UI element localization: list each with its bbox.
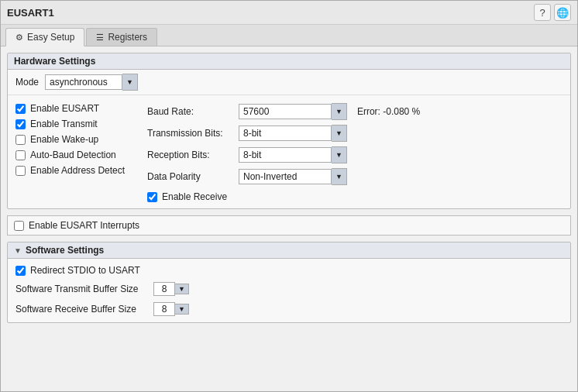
- transmit-buffer-dropdown-btn[interactable]: ▼: [175, 284, 189, 294]
- reception-bits-row: Reception Bits: 8-bit ▼: [147, 146, 563, 163]
- receive-buffer-label: Software Receive Buffer Size: [15, 304, 147, 315]
- mode-value: asynchronous: [50, 77, 108, 88]
- transmission-bits-row: Transmission Bits: 8-bit ▼: [147, 125, 563, 142]
- title-bar: EUSART1 ? 🌐: [1, 1, 577, 25]
- enable-transmit-checkbox[interactable]: [15, 119, 26, 129]
- eusart-interrupts-row: Enable EUSART Interrupts: [8, 216, 570, 235]
- baud-rate-row: Baud Rate: 57600 ▼ Error: -0.080 %: [147, 103, 563, 120]
- checkbox-enable-address: Enable Address Detect: [15, 165, 132, 176]
- redirect-stdio-checkbox[interactable]: [15, 266, 26, 276]
- redirect-stdio-row: Redirect STDIO to USART: [15, 265, 563, 276]
- enable-wakeup-checkbox[interactable]: [15, 135, 26, 145]
- help-button[interactable]: ?: [534, 4, 551, 21]
- checkbox-auto-baud: Auto-Baud Detection: [15, 150, 132, 160]
- tab-bar: ⚙ Easy Setup ☰ Registers: [1, 25, 577, 46]
- hw-fields: Baud Rate: 57600 ▼ Error: -0.080 %: [139, 103, 563, 202]
- transmission-bits-value: 8-bit: [243, 128, 261, 139]
- enable-transmit-label: Enable Transmit: [30, 119, 98, 129]
- content-area: Hardware Settings Mode asynchronous ▼: [1, 46, 577, 391]
- eusart-interrupts-section: Enable EUSART Interrupts: [7, 215, 571, 236]
- title-bar-actions: ? 🌐: [534, 4, 571, 21]
- reception-bits-input[interactable]: 8-bit: [239, 147, 332, 163]
- help-icon: ?: [539, 7, 545, 19]
- tab-registers[interactable]: ☰ Registers: [86, 28, 157, 46]
- main-window: EUSART1 ? 🌐 ⚙ Easy Setup ☰ Registers Har…: [0, 0, 578, 392]
- enable-address-label: Enable Address Detect: [30, 165, 125, 176]
- software-grid: Redirect STDIO to USART Software Transmi…: [15, 265, 563, 316]
- hardware-settings-header: Hardware Settings: [8, 53, 570, 70]
- checkbox-enable-wakeup: Enable Wake-up: [15, 134, 132, 145]
- eusart-interrupts-checkbox[interactable]: [14, 221, 24, 231]
- transmission-bits-input-box: 8-bit ▼: [239, 125, 347, 142]
- enable-receive-label: Enable Receive: [162, 191, 227, 202]
- enable-eusart-checkbox[interactable]: [15, 104, 26, 114]
- hardware-grid: Enable EUSART Enable Transmit Enable Wak…: [15, 103, 563, 202]
- data-polarity-row: Data Polarity Non-Inverted ▼: [147, 168, 563, 185]
- enable-receive-row: Enable Receive: [147, 190, 563, 202]
- enable-address-checkbox[interactable]: [15, 166, 26, 176]
- baud-rate-error: Error: -0.080 %: [357, 106, 420, 117]
- baud-rate-label: Baud Rate:: [147, 106, 232, 117]
- reception-bits-value: 8-bit: [243, 150, 261, 160]
- enable-receive-checkbox[interactable]: [147, 192, 157, 202]
- registers-tab-icon: ☰: [96, 33, 104, 43]
- settings-button[interactable]: 🌐: [554, 4, 571, 21]
- receive-buffer-dropdown-btn[interactable]: ▼: [175, 304, 189, 315]
- transmit-buffer-label: Software Transmit Buffer Size: [15, 284, 147, 294]
- mode-dropdown-btn[interactable]: ▼: [122, 74, 138, 91]
- transmission-bits-dropdown-btn[interactable]: ▼: [332, 125, 347, 142]
- eusart-interrupts-label: Enable EUSART Interrupts: [29, 220, 139, 231]
- mode-label: Mode: [15, 77, 39, 88]
- registers-tab-label: Registers: [108, 32, 147, 43]
- baud-rate-value: 57600: [243, 106, 269, 117]
- reception-bits-dropdown-btn[interactable]: ▼: [332, 146, 347, 163]
- mode-select-box[interactable]: asynchronous ▼: [45, 74, 138, 91]
- transmit-buffer-value[interactable]: 8: [153, 282, 175, 296]
- receive-buffer-input-box: 8 ▼: [153, 302, 189, 316]
- enable-wakeup-label: Enable Wake-up: [30, 134, 98, 145]
- transmission-bits-label: Transmission Bits:: [147, 128, 232, 139]
- hardware-settings-title: Hardware Settings: [14, 56, 95, 67]
- transmit-buffer-input-box: 8 ▼: [153, 282, 189, 296]
- software-settings-section: ▼ Software Settings Redirect STDIO to US…: [7, 242, 571, 323]
- auto-baud-checkbox[interactable]: [15, 150, 26, 160]
- software-settings-title: Software Settings: [26, 245, 104, 256]
- settings-icon: 🌐: [556, 7, 569, 19]
- mode-input[interactable]: asynchronous: [45, 74, 122, 90]
- data-polarity-input[interactable]: Non-Inverted: [239, 169, 332, 184]
- software-settings-collapse-icon[interactable]: ▼: [14, 246, 22, 255]
- auto-baud-label: Auto-Baud Detection: [30, 150, 116, 160]
- receive-buffer-value[interactable]: 8: [153, 302, 175, 316]
- baud-rate-input[interactable]: 57600: [239, 104, 332, 119]
- software-settings-header: ▼ Software Settings: [8, 242, 570, 259]
- data-polarity-input-box: Non-Inverted ▼: [239, 168, 347, 185]
- transmit-buffer-row: Software Transmit Buffer Size 8 ▼: [15, 282, 563, 296]
- easy-setup-tab-icon: ⚙: [15, 33, 23, 43]
- data-polarity-dropdown-btn[interactable]: ▼: [332, 168, 347, 185]
- reception-bits-label: Reception Bits:: [147, 150, 232, 160]
- software-settings-body: Redirect STDIO to USART Software Transmi…: [8, 259, 570, 322]
- hw-checkboxes: Enable EUSART Enable Transmit Enable Wak…: [15, 103, 139, 202]
- reception-bits-input-box: 8-bit ▼: [239, 146, 347, 163]
- receive-buffer-row: Software Receive Buffer Size 8 ▼: [15, 302, 563, 316]
- baud-rate-dropdown-btn[interactable]: ▼: [332, 103, 347, 120]
- window-title: EUSART1: [7, 7, 54, 19]
- tab-easy-setup[interactable]: ⚙ Easy Setup: [5, 28, 84, 46]
- data-polarity-label: Data Polarity: [147, 171, 232, 182]
- mode-row: Mode asynchronous ▼: [8, 70, 570, 95]
- baud-rate-input-box: 57600 ▼: [239, 103, 347, 120]
- data-polarity-value: Non-Inverted: [243, 171, 297, 182]
- enable-eusart-label: Enable EUSART: [30, 103, 99, 114]
- checkbox-enable-eusart: Enable EUSART: [15, 103, 132, 114]
- redirect-stdio-label: Redirect STDIO to USART: [30, 265, 140, 276]
- easy-setup-tab-label: Easy Setup: [27, 32, 74, 43]
- hardware-settings-section: Hardware Settings Mode asynchronous ▼: [7, 53, 571, 209]
- transmission-bits-input[interactable]: 8-bit: [239, 126, 332, 141]
- checkbox-enable-transmit: Enable Transmit: [15, 119, 132, 129]
